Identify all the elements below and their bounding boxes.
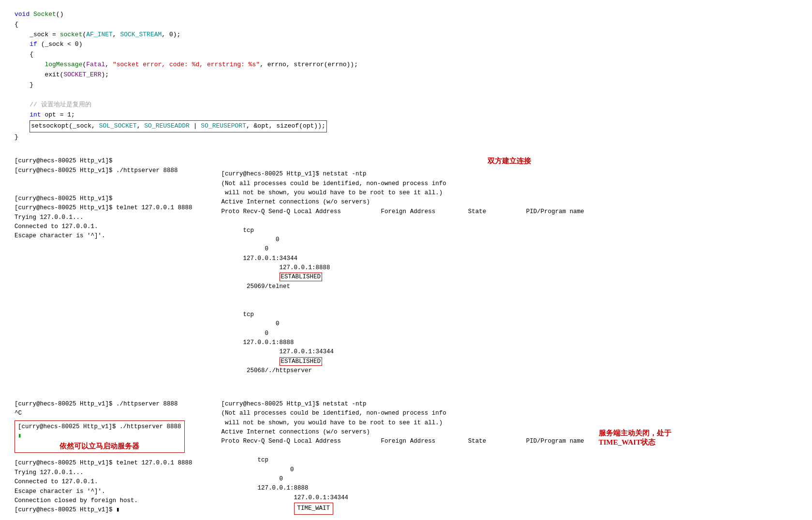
bottom-left-below: [curry@hecs-80025 Http_v1]$ telnet 127.0… [15, 459, 192, 515]
state-1: ESTABLISHED [243, 273, 323, 281]
recvq-2: 0 [243, 320, 280, 327]
netstat-row-tw: tcp 0 0 127.0.0.1:8888 127.0.0.1:34344 T… [221, 447, 584, 520]
terminal-left-bottom: [curry@hecs-80025 Http_v1]$ ./httpserver… [15, 400, 192, 515]
pid-1: 25069/telnet [243, 283, 291, 290]
netstat-bottom-header: [curry@hecs-80025 Http_v1]$ netstat -ntp… [221, 400, 584, 437]
foreign-1: 127.0.0.1:8888 [243, 264, 330, 271]
code-line-setsockopt: setsockopt(_sock, SOL_SOCKET, SO_REUSEAD… [15, 120, 797, 132]
terminal-right-top: 双方建立连接 [curry@hecs-80025 Http_v1]$ netst… [221, 157, 797, 385]
local-1: 127.0.0.1:34344 [243, 255, 298, 262]
state-2: ESTABLISHED [243, 357, 323, 366]
code-line-8: } [15, 80, 797, 90]
boxed-line1: [curry@hecs-80025 Http_v1]$ ./httpserver… [18, 422, 181, 432]
code-line-2: { [15, 20, 797, 30]
bottom-left-line1: [curry@hecs-80025 Http_v1]$ ./httpserver… [15, 400, 192, 409]
code-line-3: _sock = socket(AF_INET, SOCK_STREAM, 0); [15, 30, 797, 40]
sendq-2: 0 [243, 330, 272, 337]
pid-2: 25068/./httpserver [243, 367, 312, 374]
bottom-terminal-area: [curry@hecs-80025 Http_v1]$ ./httpserver… [15, 400, 797, 520]
sendq-1: 0 [243, 246, 272, 252]
code-line-1: void Socket() [15, 10, 797, 20]
terminal-left-top-text: [curry@hecs-80025 Http_v1]$ [curry@hecs-… [15, 157, 192, 241]
local-2: 127.0.0.1:8888 [243, 339, 301, 346]
netstat-row-2: tcp 0 0 127.0.0.1:8888 127.0.0.1:34344 E… [221, 301, 797, 385]
bottom-left-line2: ^C [15, 409, 192, 418]
code-line-4: if (_sock < 0) [15, 40, 797, 50]
top-terminal-area: [curry@hecs-80025 Http_v1]$ [curry@hecs-… [15, 157, 797, 385]
code-comment: // 设置地址是复用的 [15, 100, 797, 110]
code-line-5: { [15, 50, 797, 60]
annotation-restart: 依然可以立马启动服务器 [18, 442, 181, 451]
proto-1: tcp [243, 227, 254, 234]
recvq-tw: 0 [258, 466, 294, 473]
proto-tw: tcp [258, 457, 269, 463]
proto-2: tcp [243, 311, 254, 318]
foreign-tw: 127.0.0.1:34344 [258, 494, 349, 501]
sendq-tw: 0 [258, 476, 287, 482]
boxed-cursor: ▮ [18, 432, 181, 441]
code-line-close: } [15, 132, 797, 143]
foreign-2: 127.0.0.1:34344 [243, 348, 334, 355]
section-title: 双方建立连接 [221, 157, 797, 166]
recvq-1: 0 [243, 236, 280, 243]
state-tw: TIME_WAIT [258, 505, 334, 512]
code-section: void Socket() { _sock = socket(AF_INET, … [15, 10, 797, 142]
local-tw: 127.0.0.1:8888 [258, 485, 316, 491]
terminal-left-top: [curry@hecs-80025 Http_v1]$ [curry@hecs-… [15, 157, 192, 241]
code-line-6: logMessage(Fatal, "socket error, code: %… [15, 60, 797, 70]
code-line-opt: int opt = 1; [15, 110, 797, 120]
annotation-timewait-block: 服务端主动关闭，处于 TIME_WAIT状态 [599, 429, 671, 447]
terminal-right-bottom: [curry@hecs-80025 Http_v1]$ netstat -ntp… [221, 400, 797, 520]
netstat-top-header: [curry@hecs-80025 Http_v1]$ netstat -ntp… [221, 170, 797, 207]
annotation-timewait: 服务端主动关闭，处于 [599, 429, 671, 438]
annotation-timewait2: TIME_WAIT状态 [599, 438, 671, 447]
netstat-bottom-columns: Proto Recv-Q Send-Q Local Address Foreig… [221, 437, 584, 446]
netstat-row-1: tcp 0 0 127.0.0.1:34344 127.0.0.1:8888 E… [221, 217, 797, 301]
code-line-7: exit(SOCKET_ERR); [15, 70, 797, 80]
code-line-blank [15, 90, 797, 100]
netstat-top-columns: Proto Recv-Q Send-Q Local Address Foreig… [221, 207, 797, 217]
boxed-restart: [curry@hecs-80025 Http_v1]$ ./httpserver… [15, 420, 185, 453]
netstat-bottom-block: [curry@hecs-80025 Http_v1]$ netstat -ntp… [221, 400, 584, 520]
